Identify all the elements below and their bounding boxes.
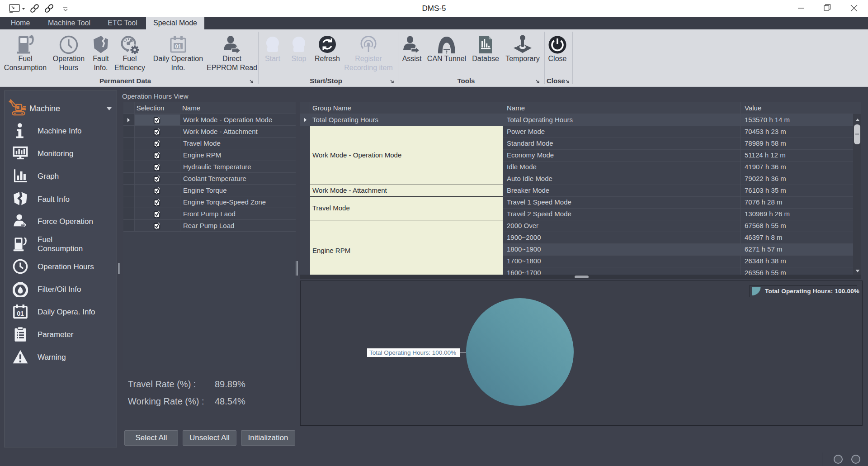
svg-text:01: 01: [17, 310, 24, 317]
svg-text:01: 01: [175, 43, 181, 50]
